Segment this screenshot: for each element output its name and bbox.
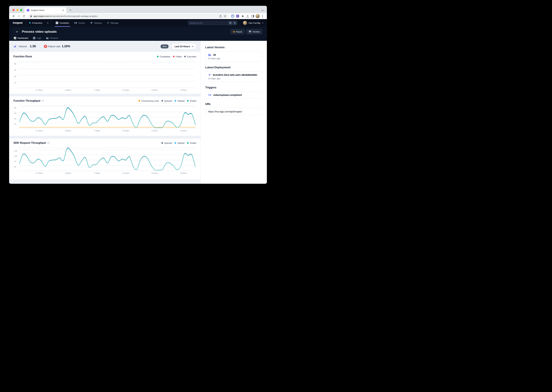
x-axis-tick: 3:30am xyxy=(152,130,158,132)
user-avatar xyxy=(243,21,247,25)
browser-menu-kebab-icon[interactable] xyxy=(261,14,265,18)
bookmark-star-icon[interactable] xyxy=(223,14,227,18)
sdk-throughput-plot[interactable]: 3570105140 xyxy=(19,147,196,171)
pause-button[interactable]: Pause xyxy=(231,29,245,34)
bottom-band xyxy=(9,180,200,184)
browser-window: Inngest Cloud ✕ + app.inngest.com/env/pr… xyxy=(9,6,267,184)
deployment-id: 5141387e-35c2-4efe-a421-4843b86258dc xyxy=(213,74,257,76)
window-minimize-button[interactable] xyxy=(16,9,18,11)
beta-badge: Beta xyxy=(160,44,169,49)
x-axis-tick: 3:30am xyxy=(152,172,158,174)
x-axis-tick: 9:00am xyxy=(180,89,187,91)
triggers-heading: Triggers xyxy=(205,86,262,89)
inngest-logo[interactable]: inngest xyxy=(9,19,26,27)
lock-icon xyxy=(30,15,32,17)
trigger-card[interactable]: video/upload.completed xyxy=(205,91,262,98)
app-top-nav: inngest Production Functions xyxy=(9,19,267,27)
y-axis-tick: 140 xyxy=(14,150,17,152)
y-axis-tick: 80 xyxy=(14,63,16,65)
tab-logs[interactable]: Logs xyxy=(33,36,41,41)
info-icon[interactable] xyxy=(47,142,50,144)
downloads-icon[interactable] xyxy=(246,14,250,18)
nav-item-functions[interactable]: Functions xyxy=(56,19,69,27)
legend-dot xyxy=(187,142,189,144)
new-tab-button[interactable]: + xyxy=(68,8,73,12)
failure-value: 1.20% xyxy=(62,45,70,48)
x-axis-tick: 11:30pm xyxy=(122,172,130,174)
nav-item-events[interactable]: Events xyxy=(74,19,85,27)
archive-icon xyxy=(249,31,251,33)
latest-deployment-card[interactable]: 5141387e-35c2-4efe-a421-4843b86258dc 14 … xyxy=(205,71,262,82)
desktop-background: Inngest Cloud ✕ + app.inngest.com/env/pr… xyxy=(0,0,276,196)
latest-version-meta: 14 days ago xyxy=(208,57,259,60)
search-box[interactable]: ⌘ K xyxy=(188,20,238,25)
browser-profile-avatar[interactable] xyxy=(255,14,260,18)
environment-name: Production xyxy=(32,22,45,24)
function-throughput-plot[interactable]: 20406080 xyxy=(19,105,196,128)
tab-dashboard[interactable]: Dashboard xyxy=(14,36,28,41)
tab-versions[interactable]: Versions xyxy=(46,36,58,41)
legend-dot xyxy=(184,56,186,57)
info-icon[interactable] xyxy=(42,100,44,102)
function-runs-plot[interactable]: 20406080 xyxy=(19,61,196,88)
side-panel-icon[interactable] xyxy=(251,14,254,18)
event-trigger-icon xyxy=(208,94,211,96)
search-input[interactable] xyxy=(190,22,228,24)
x-axis-tick: 7:30pm xyxy=(94,172,100,174)
rocket-icon xyxy=(90,21,93,24)
1password-extension-icon[interactable] xyxy=(231,14,235,18)
events-icon xyxy=(74,22,77,24)
environment-select-chevrons-icon xyxy=(47,22,49,24)
tab-close-icon[interactable]: ✕ xyxy=(61,9,65,12)
y-axis-tick: 20 xyxy=(14,82,16,84)
legend-dot xyxy=(157,56,159,57)
latest-version-card[interactable]: 39 14 days ago xyxy=(205,51,262,62)
archive-button[interactable]: Archive xyxy=(246,29,262,34)
x-axis-tick: 11:30am xyxy=(36,172,43,174)
window-controls xyxy=(13,9,22,11)
y-axis-tick: 20 xyxy=(14,123,16,125)
x-axis-tick: 11:30pm xyxy=(122,130,130,132)
section-divider xyxy=(9,136,200,139)
window-close-button[interactable] xyxy=(13,9,15,11)
environment-selector[interactable]: Production xyxy=(26,19,51,27)
user-menu[interactable]: Dan Farrelly xyxy=(240,19,267,27)
chevron-down-icon xyxy=(192,46,193,47)
volume-label: Volume xyxy=(19,45,27,48)
chevron-down-icon xyxy=(262,22,263,24)
window-zoom-button[interactable] xyxy=(20,9,22,11)
reload-icon[interactable] xyxy=(22,14,26,18)
chart-title: SDK Request Throughput xyxy=(14,141,50,144)
back-icon[interactable] xyxy=(12,14,16,18)
inngest-favicon-icon xyxy=(27,9,29,12)
x-axis-tick: 3:30am xyxy=(152,89,158,91)
extensions-puzzle-icon[interactable] xyxy=(241,14,245,18)
url-card[interactable]: https://my-app.com/api/inngest xyxy=(205,108,262,115)
nav-item-deploys[interactable]: Deploys xyxy=(90,19,102,27)
forward-icon[interactable] xyxy=(17,14,21,18)
user-name: Dan Farrelly xyxy=(249,22,260,24)
tab-search-chevron-icon[interactable] xyxy=(261,10,263,11)
failure-label: Failure rate xyxy=(48,45,60,48)
trigger-event-name: video/upload.completed xyxy=(213,93,242,96)
url-bar[interactable]: app.inngest.com/env/production/functions… xyxy=(28,14,228,18)
function-page-header: Process video uploads Dashboard Logs xyxy=(9,27,267,41)
chart-title: Function Runs xyxy=(14,55,32,58)
legend-dot xyxy=(161,142,163,144)
time-range-dropdown[interactable]: Last 24 Hours xyxy=(172,43,196,49)
environment-status-dot xyxy=(29,22,30,24)
url-heading: URL xyxy=(205,103,262,106)
purple-extension-icon[interactable] xyxy=(236,14,240,18)
nav-item-manage[interactable]: Manage xyxy=(107,19,118,27)
dashboard-icon xyxy=(14,37,16,39)
wrench-icon xyxy=(107,22,109,24)
x-axis-tick: 11:30pm xyxy=(122,89,130,91)
legend-dot xyxy=(173,56,174,57)
x-axis-labels: 11:30am3:30pm7:30pm11:30pm3:30am9:00am xyxy=(19,128,196,132)
line-series xyxy=(19,105,196,128)
share-icon[interactable] xyxy=(219,14,222,18)
line-series xyxy=(19,147,196,171)
browser-tab[interactable]: Inngest Cloud ✕ xyxy=(25,7,66,13)
functions-icon xyxy=(56,21,58,24)
y-axis-tick: 105 xyxy=(14,155,17,157)
